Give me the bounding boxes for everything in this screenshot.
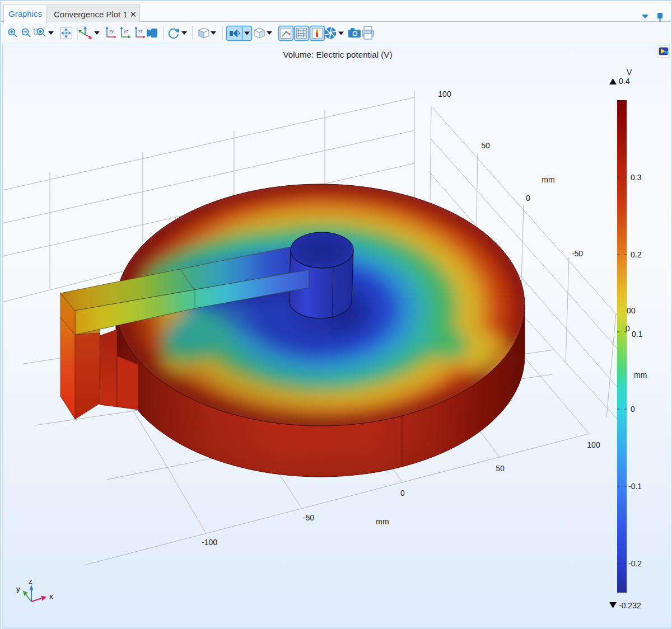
svg-text:-0.232: -0.232 [619,601,641,610]
svg-text:50: 50 [481,141,490,150]
svg-text:-0.2: -0.2 [628,559,642,568]
svg-text:mm: mm [542,175,554,184]
svg-text:0.4: 0.4 [619,77,630,86]
svg-text:mm: mm [376,517,389,526]
svg-text:-0.1: -0.1 [628,482,642,491]
svg-text:Volume: Electric potential (V): Volume: Electric potential (V) [283,50,393,59]
svg-text:0.3: 0.3 [631,173,642,182]
svg-text:0: 0 [626,324,630,333]
svg-text:00: 00 [627,306,636,315]
svg-text:yz: yz [124,29,128,34]
svg-text:xz: xz [138,29,143,34]
svg-text:100: 100 [587,440,600,449]
svg-text:50: 50 [496,464,505,473]
svg-text:0.2: 0.2 [631,250,642,259]
svg-text:0.1: 0.1 [632,330,643,339]
svg-text:-50: -50 [303,513,314,522]
svg-text:0: 0 [526,194,530,203]
svg-text:0: 0 [400,489,405,497]
svg-text:x: x [49,592,53,600]
svg-text:-100: -100 [202,538,217,547]
svg-text:-50: -50 [572,249,583,258]
svg-text:100: 100 [438,90,451,98]
svg-text:mm: mm [634,370,647,379]
svg-text:xy: xy [109,29,114,34]
svg-text:z: z [29,577,32,585]
svg-text:V: V [627,68,632,77]
svg-text:y: y [16,585,20,593]
svg-text:0: 0 [631,405,635,414]
